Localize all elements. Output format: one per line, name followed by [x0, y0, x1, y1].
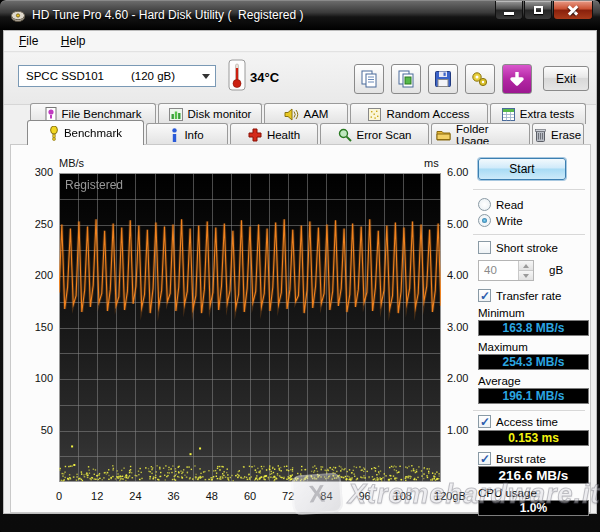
spinner-down-button[interactable]: [518, 270, 533, 280]
start-label: Start: [509, 162, 534, 176]
y-left-axis-label: MB/s: [59, 157, 84, 169]
y-right-tick: 4.00: [447, 269, 468, 281]
burst-rate-row[interactable]: Burst rate: [478, 452, 546, 465]
y-right-axis-label: ms: [424, 157, 439, 169]
tab-info[interactable]: Info: [146, 123, 228, 145]
close-icon: [567, 4, 579, 16]
tab-folder-usage[interactable]: Folder Usage: [431, 123, 530, 145]
tab-error-scan[interactable]: Error Scan: [320, 123, 429, 145]
save-button[interactable]: [428, 64, 458, 94]
gears-icon: [470, 69, 490, 89]
transfer-rate-checkbox[interactable]: [478, 289, 491, 302]
minimize-icon: [504, 12, 514, 15]
short-stroke-spinner[interactable]: 40: [478, 260, 534, 281]
write-label: Write: [496, 215, 523, 227]
disk-monitor-icon: [169, 108, 183, 121]
read-radio-row[interactable]: Read: [478, 198, 524, 211]
y-right-tick: 2.00: [447, 372, 468, 384]
write-radio-row[interactable]: Write: [478, 214, 523, 227]
access-time-value: 0.153 ms: [508, 431, 559, 445]
read-label: Read: [496, 199, 524, 211]
tab-benchmark[interactable]: Benchmark: [27, 120, 144, 145]
options-button[interactable]: [465, 64, 495, 94]
tab-label: File Benchmark: [62, 108, 142, 120]
benchmark-plot-canvas: [59, 173, 441, 482]
cpu-usage-value-box: 1.0%: [478, 500, 589, 516]
y-left-tick: 200: [11, 269, 53, 281]
arrow-down-icon: [523, 274, 529, 278]
tab-erase[interactable]: Erase: [532, 123, 584, 145]
tab-disk-monitor[interactable]: Disk monitor: [158, 103, 262, 124]
maximize-button[interactable]: [524, 1, 552, 20]
tab-label: Erase: [551, 129, 581, 141]
menu-help[interactable]: Help: [52, 31, 95, 51]
tab-strip-bottom: Benchmark Info Health Error Scan Folder …: [27, 123, 584, 145]
speaker-icon: [284, 108, 299, 121]
tab-label: Health: [267, 129, 300, 141]
registered-watermark: Registered: [65, 178, 123, 192]
tab-aam[interactable]: AAM: [264, 103, 348, 124]
y-left-tick: 250: [11, 218, 53, 230]
menu-file[interactable]: File: [10, 31, 47, 51]
exit-button[interactable]: Exit: [543, 66, 589, 91]
tab-label: AAM: [304, 108, 329, 120]
transfer-rate-row[interactable]: Transfer rate: [478, 289, 561, 302]
folder-icon: [436, 129, 451, 141]
access-time-row[interactable]: Access time: [478, 415, 558, 428]
minimize-button[interactable]: [495, 1, 523, 20]
burst-rate-value: 216.6 MB/s: [499, 468, 569, 483]
x-axis-tick: 120gB: [428, 490, 472, 502]
drive-select-combo[interactable]: SPCC SSD101 (120 gB): [18, 65, 216, 87]
y-left-tick: 100: [11, 372, 53, 384]
read-radio[interactable]: [478, 198, 491, 211]
tab-extra-tests[interactable]: Extra tests: [490, 103, 586, 124]
magnifier-icon: [338, 128, 352, 142]
file-benchmark-icon: [45, 107, 57, 121]
burst-rate-value-box: 216.6 MB/s: [478, 466, 589, 484]
app-window: HD Tune Pro 4.60 - Hard Disk Utility ( R…: [0, 0, 600, 532]
y-right-tick: 3.00: [447, 321, 468, 333]
average-label: Average: [478, 375, 521, 387]
y-left-tick: 300: [11, 166, 53, 178]
health-cross-icon: [248, 128, 262, 142]
short-stroke-row[interactable]: Short stroke: [478, 241, 558, 254]
short-stroke-label: Short stroke: [496, 242, 558, 254]
arrow-up-icon: [523, 264, 529, 268]
drive-name: SPCC SSD101: [26, 70, 104, 82]
benchmark-icon: [49, 126, 59, 141]
maximum-label: Maximum: [478, 341, 528, 353]
tab-random-access[interactable]: Random Access: [350, 103, 488, 124]
average-value: 196.1 MB/s: [502, 389, 564, 403]
minimum-label: Minimum: [478, 307, 525, 319]
tab-label: Info: [184, 129, 203, 141]
exit-label: Exit: [556, 72, 576, 86]
download-update-button[interactable]: [502, 64, 532, 94]
y-right-tick: 6.00: [447, 166, 468, 178]
benchmark-page: MB/s ms Registered 300250200150100506.00…: [10, 144, 591, 513]
y-left-tick: 50: [11, 424, 53, 436]
burst-rate-checkbox[interactable]: [478, 452, 491, 465]
start-button[interactable]: Start: [478, 158, 566, 180]
minimum-value: 163.8 MB/s: [502, 321, 564, 335]
drive-capacity: (120 gB): [131, 70, 175, 82]
benchmark-control-panel: Start Read Write Short stroke 40: [469, 153, 592, 509]
close-button[interactable]: [553, 1, 593, 20]
access-time-value-box: 0.153 ms: [478, 430, 589, 446]
copy-image-icon: [396, 69, 416, 89]
tab-label: Extra tests: [520, 108, 574, 120]
copy-text-icon: [359, 69, 379, 89]
average-value-box: 196.1 MB/s: [478, 388, 589, 404]
cpu-usage-value: 1.0%: [520, 501, 547, 515]
copy-text-button[interactable]: [354, 64, 384, 94]
tab-label: Folder Usage: [456, 123, 525, 147]
access-time-checkbox[interactable]: [478, 415, 491, 428]
tab-health[interactable]: Health: [230, 123, 318, 145]
tab-label: Disk monitor: [188, 108, 252, 120]
copy-image-button[interactable]: [391, 64, 421, 94]
write-radio[interactable]: [478, 214, 491, 227]
short-stroke-checkbox[interactable]: [478, 241, 491, 254]
spinner-up-button[interactable]: [518, 261, 533, 270]
tab-label: Random Access: [386, 108, 469, 120]
burst-rate-label: Burst rate: [496, 453, 546, 465]
maximum-value: 254.3 MB/s: [502, 355, 564, 369]
